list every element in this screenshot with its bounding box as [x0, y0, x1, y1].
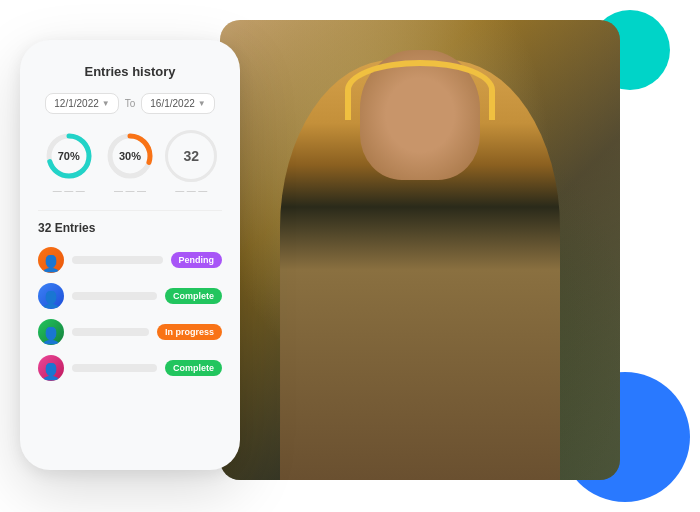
scene: Entries history 12/1/2022 ▼ To 16/1/2022… [0, 0, 700, 512]
divider-1 [38, 210, 222, 211]
chart-70-wrap: 70% — — — [43, 130, 95, 196]
entries-count: 32 Entries [38, 221, 222, 235]
avatar-4: 👤 [38, 355, 64, 381]
number-circle-32: 32 [165, 130, 217, 182]
entry-line-4 [72, 364, 157, 372]
entry-item-3: 👤 In progress [38, 319, 222, 345]
entry-line-3 [72, 328, 149, 336]
number-32-value: 32 [184, 148, 200, 164]
phone-mockup: Entries history 12/1/2022 ▼ To 16/1/2022… [20, 40, 240, 470]
avatar-1: 👤 [38, 247, 64, 273]
donut-30-label: 30% [119, 150, 141, 162]
donut-70-label: 70% [58, 150, 80, 162]
avatar-3: 👤 [38, 319, 64, 345]
entry-line-1 [72, 256, 163, 264]
date-from-pill[interactable]: 12/1/2022 ▼ [45, 93, 118, 114]
date-to-pill[interactable]: 16/1/2022 ▼ [141, 93, 214, 114]
charts-row: 70% — — — 30% — — — 32 [38, 130, 222, 196]
date-from-arrow: ▼ [102, 99, 110, 108]
badge-inprogress-3: In progress [157, 324, 222, 340]
entry-list: 👤 Pending 👤 Complete 👤 In progress [38, 247, 222, 381]
badge-pending-1: Pending [171, 252, 223, 268]
entry-item-2: 👤 Complete [38, 283, 222, 309]
entry-item-1: 👤 Pending [38, 247, 222, 273]
date-to-value: 16/1/2022 [150, 98, 195, 109]
photo-background [220, 20, 620, 480]
donut-30: 30% [104, 130, 156, 182]
donut-70-sub: — — — [43, 186, 95, 196]
entry-item-4: 👤 Complete [38, 355, 222, 381]
phone-title: Entries history [38, 64, 222, 79]
donut-70: 70% [43, 130, 95, 182]
date-to-arrow: ▼ [198, 99, 206, 108]
chart-30-wrap: 30% — — — [104, 130, 156, 196]
badge-complete-4: Complete [165, 360, 222, 376]
chart-32-wrap: 32 — — — [165, 130, 217, 196]
date-range-row: 12/1/2022 ▼ To 16/1/2022 ▼ [38, 93, 222, 114]
badge-complete-2: Complete [165, 288, 222, 304]
entry-line-2 [72, 292, 157, 300]
to-label: To [125, 98, 136, 109]
donut-30-sub: — — — [104, 186, 156, 196]
number-32-sub: — — — [165, 186, 217, 196]
date-from-value: 12/1/2022 [54, 98, 99, 109]
avatar-2: 👤 [38, 283, 64, 309]
